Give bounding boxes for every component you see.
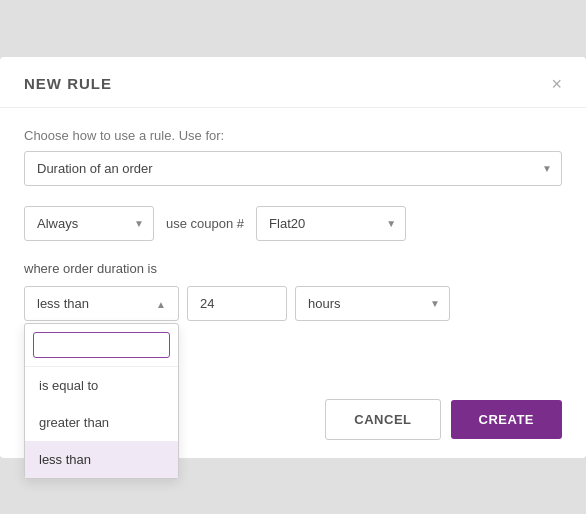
new-rule-modal: NEW RULE × Choose how to use a rule. Use… — [0, 57, 586, 458]
frequency-coupon-row: Always Sometimes Never use coupon # Flat… — [24, 206, 562, 241]
duration-value-input[interactable] — [187, 286, 287, 321]
frequency-wrapper: Always Sometimes Never — [24, 206, 154, 241]
dropdown-item-equal[interactable]: is equal to — [25, 367, 178, 404]
condition-trigger[interactable]: less than — [24, 286, 179, 321]
hours-wrapper: hours minutes days — [295, 286, 450, 321]
coupon-wrapper: Flat20 SAVE10 DISC15 — [256, 206, 406, 241]
cancel-button[interactable]: CANCEL — [325, 399, 440, 440]
rule-type-select[interactable]: Duration of an order Amount of an order … — [24, 151, 562, 186]
condition-selected-label: less than — [37, 296, 89, 311]
coupon-select[interactable]: Flat20 SAVE10 DISC15 — [256, 206, 406, 241]
create-button[interactable]: CREATE — [451, 400, 562, 439]
modal-title: NEW RULE — [24, 75, 112, 92]
modal-body: Choose how to use a rule. Use for: Durat… — [0, 108, 586, 321]
dropdown-item-less[interactable]: less than — [25, 441, 178, 478]
dropdown-item-greater[interactable]: greater than — [25, 404, 178, 441]
condition-arrow-icon — [156, 296, 166, 311]
dropdown-search-input[interactable] — [33, 332, 170, 358]
order-duration-label: where order duration is — [24, 261, 562, 276]
condition-dropdown: is equal to greater than less than — [24, 323, 179, 479]
modal-header: NEW RULE × — [0, 57, 586, 108]
duration-row: less than is equal to greater than less … — [24, 286, 562, 321]
condition-wrapper: less than is equal to greater than less … — [24, 286, 179, 321]
rule-use-label: Choose how to use a rule. Use for: — [24, 128, 562, 143]
use-coupon-label: use coupon # — [166, 216, 244, 231]
close-button[interactable]: × — [551, 75, 562, 93]
dropdown-search-area — [25, 324, 178, 367]
frequency-select[interactable]: Always Sometimes Never — [24, 206, 154, 241]
rule-type-wrapper: Duration of an order Amount of an order … — [24, 151, 562, 186]
unit-select[interactable]: hours minutes days — [295, 286, 450, 321]
